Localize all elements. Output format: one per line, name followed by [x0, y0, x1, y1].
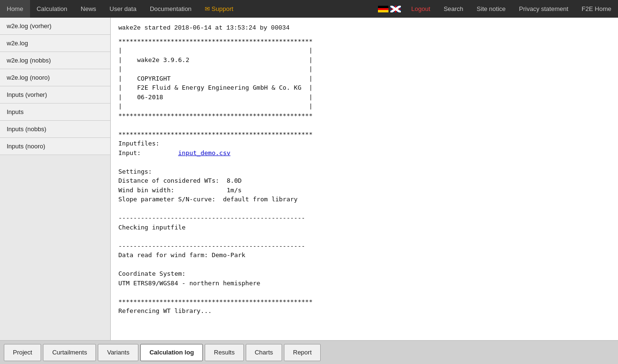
top-navigation: Home Calculation News User data Document…	[0, 0, 618, 18]
tab-variants[interactable]: Variants	[98, 344, 138, 361]
nav-user-data[interactable]: User data	[103, 0, 143, 18]
tab-project[interactable]: Project	[4, 344, 41, 361]
tab-charts[interactable]: Charts	[246, 344, 282, 361]
main-area: w2e.log (vorher) w2e.log w2e.log (nobbs)…	[0, 18, 618, 340]
envelope-icon: ✉	[205, 5, 210, 12]
input-file-link[interactable]: input_demo.csv	[178, 149, 230, 156]
sidebar-item-inputs-nobbs[interactable]: Inputs (nobbs)	[0, 121, 110, 138]
sidebar-item-w2e-log[interactable]: w2e.log	[0, 35, 110, 52]
nav-home[interactable]: Home	[0, 0, 30, 18]
sidebar-item-w2e-log-vorher[interactable]: w2e.log (vorher)	[0, 18, 110, 35]
nav-support[interactable]: ✉ Support	[198, 0, 240, 18]
nav-calculation[interactable]: Calculation	[30, 0, 74, 18]
nav-documentation[interactable]: Documentation	[143, 0, 198, 18]
sidebar: w2e.log (vorher) w2e.log w2e.log (nobbs)…	[0, 18, 111, 340]
sidebar-item-w2e-log-nobbs[interactable]: w2e.log (nobbs)	[0, 52, 110, 69]
sidebar-item-inputs[interactable]: Inputs	[0, 104, 110, 121]
flag-english[interactable]	[390, 6, 401, 12]
flag-group	[374, 6, 405, 12]
nav-news[interactable]: News	[74, 0, 103, 18]
nav-f2e-home[interactable]: F2E Home	[575, 0, 618, 18]
sidebar-item-w2e-log-nooro[interactable]: w2e.log (nooro)	[0, 69, 110, 86]
tab-curtailments[interactable]: Curtailments	[43, 344, 96, 361]
tab-report[interactable]: Report	[284, 344, 321, 361]
sidebar-item-inputs-vorher[interactable]: Inputs (vorher)	[0, 86, 110, 104]
log-content-area: wake2e started 2018-06-14 at 13:53:24 by…	[111, 18, 618, 340]
log-header-line: wake2e started 2018-06-14 at 13:53:24 by…	[118, 23, 610, 33]
nav-search[interactable]: Search	[437, 0, 470, 18]
nav-privacy[interactable]: Privacy statement	[513, 0, 575, 18]
log-body: ****************************************…	[118, 37, 610, 316]
nav-logout[interactable]: Logout	[405, 0, 437, 18]
sidebar-item-inputs-nooro[interactable]: Inputs (nooro)	[0, 138, 110, 155]
tab-calculation-log[interactable]: Calculation log	[140, 344, 203, 361]
bottom-tabs: Project Curtailments Variants Calculatio…	[0, 340, 618, 364]
flag-german[interactable]	[378, 6, 388, 12]
nav-site-notice[interactable]: Site notice	[470, 0, 513, 18]
tab-results[interactable]: Results	[205, 344, 243, 361]
